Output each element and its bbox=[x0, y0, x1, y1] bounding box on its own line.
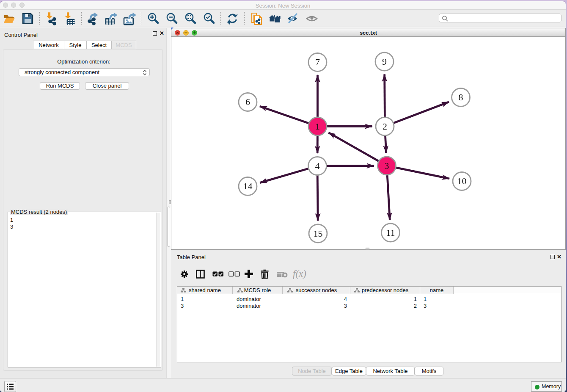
svg-text:11: 11 bbox=[386, 227, 395, 238]
svg-text:14: 14 bbox=[243, 181, 253, 191]
svg-text:6: 6 bbox=[245, 97, 250, 107]
svg-text:15: 15 bbox=[314, 228, 323, 239]
svg-text:8: 8 bbox=[459, 92, 463, 102]
svg-text:7: 7 bbox=[315, 57, 320, 67]
svg-text:10: 10 bbox=[457, 176, 467, 186]
svg-text:9: 9 bbox=[382, 56, 387, 67]
svg-text:2: 2 bbox=[383, 121, 387, 132]
svg-text:4: 4 bbox=[315, 160, 320, 171]
svg-text:1: 1 bbox=[315, 121, 320, 132]
svg-text:3: 3 bbox=[385, 160, 389, 171]
